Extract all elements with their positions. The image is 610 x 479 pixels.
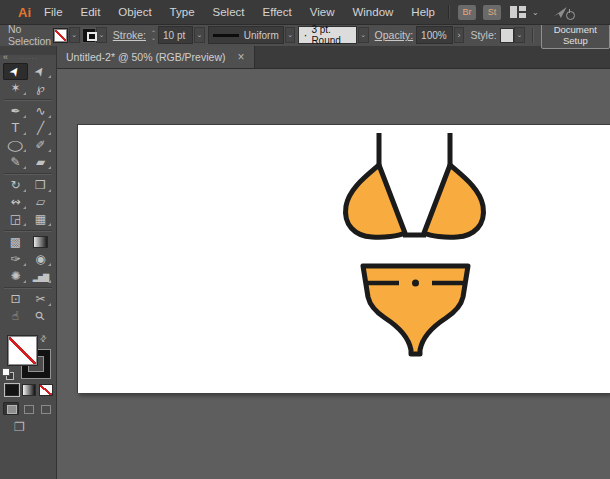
opacity-panel-link[interactable]: Opacity: bbox=[375, 29, 414, 41]
rotate-tool[interactable]: ↻ bbox=[3, 177, 28, 194]
canvas-area[interactable] bbox=[56, 68, 610, 479]
slice-tool[interactable]: ✂ bbox=[28, 291, 53, 308]
menu-window[interactable]: Window bbox=[343, 0, 402, 24]
bikini-artwork[interactable] bbox=[78, 125, 610, 393]
artboard-tool[interactable]: ⊡ bbox=[3, 291, 28, 308]
width-profile-value: Uniform bbox=[244, 30, 279, 41]
default-fill-stroke-icon[interactable] bbox=[2, 368, 14, 380]
zoom-tool[interactable]: ⚲ bbox=[28, 308, 53, 325]
menu-effect[interactable]: Effect bbox=[254, 0, 301, 24]
document-setup-button[interactable]: Document Setup bbox=[541, 21, 610, 49]
menu-edit[interactable]: Edit bbox=[72, 0, 110, 24]
opacity-field[interactable]: 100% bbox=[416, 26, 453, 44]
menu-file[interactable]: File bbox=[35, 0, 72, 24]
shaper-tool[interactable]: ✎ bbox=[3, 154, 28, 171]
pen-tool[interactable]: ✒ bbox=[3, 103, 28, 120]
eyedropper-tool[interactable]: ✑ bbox=[3, 251, 28, 268]
magic-wand-tool[interactable]: ✶ bbox=[3, 80, 28, 97]
fill-indicator-swatch[interactable] bbox=[8, 336, 37, 365]
stock-button[interactable]: St bbox=[483, 5, 501, 20]
stroke-weight-stepper[interactable]: ⌃ ⌄ bbox=[151, 30, 156, 40]
width-profile-chevron-icon[interactable]: ⌄ bbox=[285, 27, 296, 43]
blend-tool[interactable]: ◉ bbox=[28, 251, 53, 268]
scale-tool-icon: ❒ bbox=[35, 178, 46, 193]
change-screen-mode-icon[interactable]: ❐ bbox=[14, 420, 25, 434]
style-swatch[interactable] bbox=[501, 29, 514, 42]
column-graph-tool[interactable]: ▂▅▇ bbox=[28, 268, 53, 285]
line-segment-tool[interactable]: ╱ bbox=[28, 120, 53, 137]
selection-tool[interactable]: ➤ bbox=[3, 63, 28, 80]
width-tool[interactable]: ↭ bbox=[3, 194, 28, 211]
menu-select[interactable]: Select bbox=[204, 0, 254, 24]
blend-tool-icon: ◉ bbox=[35, 252, 45, 267]
opacity-more-icon[interactable]: › bbox=[454, 27, 465, 43]
opacity-value: 100% bbox=[421, 30, 447, 41]
stroke-weight-field[interactable]: 10 pt bbox=[158, 26, 193, 44]
ellipse-tool[interactable]: ◯ bbox=[3, 137, 28, 154]
gradient-button[interactable] bbox=[22, 384, 36, 396]
workspace-switcher-button[interactable] bbox=[510, 6, 526, 18]
mesh-tool[interactable]: ▩ bbox=[3, 234, 28, 251]
direct-selection-tool-icon: ➤ bbox=[31, 63, 49, 80]
illustrator-window: Ai File Edit Object Type Select Effect V… bbox=[0, 0, 610, 479]
shape-builder-tool[interactable]: ◲ bbox=[3, 211, 28, 228]
controlbar-divider bbox=[532, 28, 534, 43]
tool-divider bbox=[4, 287, 52, 289]
draw-normal-button[interactable] bbox=[3, 402, 19, 415]
artboard[interactable] bbox=[77, 124, 610, 393]
menu-object[interactable]: Object bbox=[109, 0, 160, 24]
collapse-panel-icon[interactable]: « bbox=[0, 53, 11, 61]
paintbrush-tool[interactable]: ✐ bbox=[28, 137, 53, 154]
zoom-tool-icon: ⚲ bbox=[32, 308, 49, 325]
fill-stroke-indicator: ⇄ bbox=[0, 334, 56, 386]
bikini-bottom bbox=[363, 266, 468, 354]
chevron-down-icon[interactable]: ⌄ bbox=[528, 8, 543, 17]
hand-tool-icon: ☝ bbox=[12, 309, 19, 324]
draw-behind-icon bbox=[24, 405, 34, 414]
brush-dot-icon: · bbox=[303, 31, 307, 39]
eraser-tool[interactable]: ▰ bbox=[28, 154, 53, 171]
menu-view[interactable]: View bbox=[301, 0, 344, 24]
bikini-bottom-dot bbox=[412, 280, 419, 287]
workspace-icon bbox=[510, 6, 517, 18]
lasso-tool[interactable]: ℘ bbox=[28, 80, 53, 97]
style-chevron-icon[interactable]: ⌄ bbox=[514, 27, 525, 43]
stroke-color-swatch[interactable] bbox=[83, 29, 96, 42]
symbol-sprayer-tool[interactable]: ✺ bbox=[3, 268, 28, 285]
tab-close-icon[interactable]: × bbox=[235, 51, 246, 63]
draw-inside-button[interactable] bbox=[37, 402, 53, 415]
uniform-profile-line-icon bbox=[213, 34, 239, 37]
color-mode-buttons bbox=[0, 384, 56, 396]
brush-chevron-icon[interactable]: ⌄ bbox=[358, 27, 369, 43]
color-button[interactable] bbox=[5, 384, 19, 396]
draw-behind-button[interactable] bbox=[20, 402, 36, 415]
hand-tool[interactable]: ☝ bbox=[3, 308, 28, 325]
brush-dropdown[interactable]: · 3 pt. Round bbox=[298, 26, 357, 44]
menu-bar: Ai File Edit Object Type Select Effect V… bbox=[0, 0, 610, 25]
width-profile-dropdown[interactable]: Uniform bbox=[208, 26, 284, 44]
menu-help[interactable]: Help bbox=[402, 0, 444, 24]
magic-wand-tool-icon: ✶ bbox=[10, 81, 20, 96]
document-tab[interactable]: Untitled-2* @ 50% (RGB/Preview) × bbox=[56, 46, 255, 68]
power-icon bbox=[566, 11, 575, 20]
stroke-weight-chevron-icon[interactable]: ⌄ bbox=[194, 27, 205, 43]
fill-color-swatch[interactable] bbox=[53, 28, 68, 43]
none-button[interactable] bbox=[39, 384, 53, 396]
share-icon[interactable] bbox=[553, 4, 575, 20]
stroke-chevron-icon[interactable]: ⌄ bbox=[96, 27, 107, 43]
stepper-down-icon[interactable]: ⌄ bbox=[151, 35, 156, 40]
free-transform-tool[interactable]: ▱ bbox=[28, 194, 53, 211]
mesh-tool-icon: ▩ bbox=[10, 235, 21, 250]
bridge-button[interactable]: Br bbox=[458, 5, 476, 20]
perspective-grid-tool[interactable]: ▦ bbox=[28, 211, 53, 228]
menu-type[interactable]: Type bbox=[161, 0, 204, 24]
gradient-tool[interactable] bbox=[28, 234, 53, 251]
stroke-panel-link[interactable]: Stroke: bbox=[113, 29, 146, 41]
type-tool[interactable]: T bbox=[3, 120, 28, 137]
fill-chevron-icon[interactable]: ⌄ bbox=[69, 27, 80, 43]
scale-tool[interactable]: ❒ bbox=[28, 177, 53, 194]
swap-fill-stroke-icon[interactable]: ⇄ bbox=[38, 333, 49, 344]
direct-selection-tool[interactable]: ➤ bbox=[28, 63, 53, 80]
curvature-tool[interactable]: ∿ bbox=[28, 103, 53, 120]
control-bar: No Selection ⌄ ⌄ Stroke: ⌃ ⌄ 10 pt ⌄ Uni… bbox=[0, 24, 610, 46]
